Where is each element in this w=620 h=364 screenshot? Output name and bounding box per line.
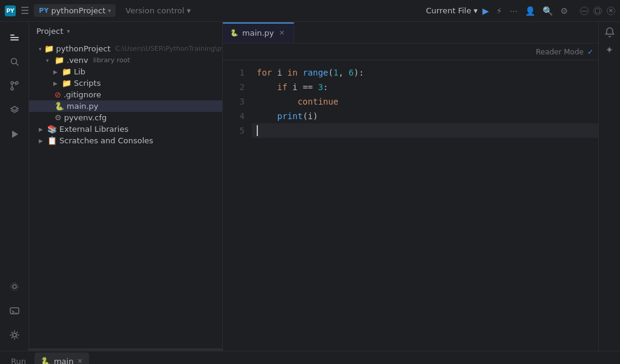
tab-py-icon: 🐍 (230, 29, 239, 37)
settings-icon[interactable]: ⚙ (560, 6, 568, 16)
tree-item-scratches[interactable]: ▶ 📋 Scratches and Consoles (29, 135, 222, 146)
py-icon-main: 🐍 (54, 102, 64, 111)
tab-label-main: main.py (242, 28, 274, 37)
tree-item-pythonproject[interactable]: ▾ 📁 pythonProject C:\Users\USER\PythonTr… (29, 43, 222, 54)
folder-icon-lib: 📁 (62, 67, 71, 76)
tree-label-pythonproject: pythonProject (56, 44, 111, 53)
account-icon[interactable]: 👤 (525, 6, 535, 16)
bottom-panel: Run 🐍 main ✕ ▲ ↺ ■ ⋯ ▼ ⇤ ⇥ 🖨 🗑 C:\Users\… (0, 351, 620, 364)
sidebar: Project ▾ ▾ 📁 pythonProject C:\Users\USE… (29, 22, 223, 351)
folder-icon-pythonproject: 📁 (44, 44, 54, 53)
tree-item-venv[interactable]: ▾ 📁 .venv library root (29, 54, 222, 66)
editor-top-bar: Reader Mode ✓ (223, 44, 598, 60)
file-tree: ▾ 📁 pythonProject C:\Users\USER\PythonTr… (29, 41, 222, 348)
code-editor[interactable]: 1 2 3 4 5 for i in range(1, 6): if i == … (223, 60, 598, 351)
more-button[interactable]: ⋯ (509, 6, 518, 16)
run-button[interactable]: ▶ (483, 6, 489, 16)
minimize-button[interactable]: — (580, 7, 589, 15)
version-control-button[interactable]: Version control ▾ (120, 4, 196, 17)
project-header-chevron[interactable]: ▾ (67, 28, 70, 34)
reader-mode-label: Reader Mode (536, 48, 584, 56)
tree-item-pyvenv[interactable]: ▶ ⚙ pyvenv.cfg (29, 112, 222, 123)
svg-point-10 (11, 283, 18, 290)
project-selector[interactable]: PY pythonProject ▾ (34, 4, 116, 17)
svg-marker-8 (12, 131, 18, 138)
tree-arrow-venv: ▾ (46, 57, 52, 63)
ai-assistant-icon[interactable]: ✦ (605, 44, 613, 56)
code-line-4: print(i) (252, 109, 598, 123)
close-button[interactable]: ✕ (607, 7, 615, 15)
maximize-button[interactable]: □ (593, 7, 602, 15)
tree-label-scripts: Scripts (74, 79, 101, 88)
run-debug-icon[interactable] (4, 123, 25, 145)
main-tab-label: main (54, 357, 73, 364)
line-numbers: 1 2 3 4 5 (223, 60, 252, 351)
tree-path-pythonproject: C:\Users\USER\PythonTraining\pythonProje… (115, 45, 222, 53)
svg-point-13 (13, 333, 16, 337)
hamburger-menu[interactable]: ☰ (21, 5, 29, 16)
tree-item-main-py[interactable]: ▶ 🐍 main.py (29, 100, 222, 112)
svg-point-5 (11, 82, 13, 84)
title-actions: ▶ ⚡ ⋯ 👤 🔍 ⚙ (483, 6, 568, 16)
tree-arrow-scratches: ▶ (39, 138, 45, 144)
settings-sidebar-icon[interactable] (4, 324, 25, 346)
main-tab-close[interactable]: ✕ (77, 357, 82, 364)
svg-point-7 (11, 88, 13, 90)
tree-label-external: External Libraries (59, 125, 128, 134)
tree-item-scripts[interactable]: ▶ 📁 Scripts (29, 77, 222, 89)
tree-label-venv: .venv (67, 56, 88, 65)
tab-close-button[interactable]: ✕ (278, 28, 286, 37)
venv-library-label: library root (93, 56, 130, 64)
project-name: pythonProject (51, 6, 105, 15)
code-line-1: for i in range(1, 6): (252, 65, 598, 80)
bottom-tab-run-label[interactable]: Run (5, 353, 32, 365)
git-icon-gitignore: ⊘ (54, 90, 61, 99)
debug-button[interactable]: ⚡ (496, 6, 503, 16)
tree-item-lib[interactable]: ▶ 📁 Lib (29, 66, 222, 77)
tree-arrow-pythonproject: ▾ (39, 46, 42, 52)
terminal-icon[interactable] (4, 300, 25, 322)
code-content[interactable]: for i in range(1, 6): if i == 3: continu… (252, 60, 598, 351)
title-bar: PY ☰ PY pythonProject ▾ Version control … (0, 0, 620, 22)
code-line-2: if i == 3: (252, 80, 598, 94)
search-icon[interactable]: 🔍 (542, 6, 553, 16)
svg-rect-2 (10, 39, 19, 41)
svg-rect-1 (10, 37, 19, 38)
svg-rect-0 (10, 34, 15, 36)
code-line-3: continue (252, 94, 598, 109)
project-files-icon[interactable] (4, 27, 25, 48)
sidebar-header: Project ▾ (29, 22, 222, 41)
main-tab-icon: 🐍 (41, 357, 50, 364)
code-line-5 (252, 123, 598, 138)
editor-tab-bar: 🐍 main.py ✕ (223, 22, 598, 44)
run-tab-label: Run (11, 357, 26, 364)
tab-main-py[interactable]: 🐍 main.py ✕ (223, 22, 294, 43)
layers-icon[interactable] (4, 99, 25, 121)
svg-point-9 (13, 285, 16, 288)
activity-bar (0, 22, 29, 351)
bottom-tab-main[interactable]: 🐍 main ✕ (35, 353, 89, 365)
svg-line-4 (16, 63, 18, 66)
tree-label-pyvenv: pyvenv.cfg (64, 113, 107, 122)
tree-label-main: main.py (67, 102, 99, 111)
find-icon[interactable] (4, 51, 25, 73)
reader-mode-toggle[interactable]: Reader Mode ✓ (536, 48, 593, 56)
app-logo: PY (5, 5, 16, 16)
git-icon[interactable] (4, 75, 25, 97)
reader-mode-check: ✓ (587, 48, 593, 56)
editor-area: 🐍 main.py ✕ Reader Mode ✓ 1 2 3 4 5 (223, 22, 598, 351)
tree-arrow-external: ▶ (39, 126, 45, 132)
current-file-selector[interactable]: Current File ▾ (426, 6, 477, 15)
right-icon-bar: ✦ (598, 22, 620, 351)
tree-item-external-libs[interactable]: ▶ 📚 External Libraries (29, 123, 222, 135)
tree-arrow-scripts: ▶ (53, 80, 59, 86)
notifications-icon[interactable] (604, 27, 615, 39)
folder-icon-scripts: 📁 (62, 79, 71, 88)
plugins-icon[interactable] (4, 276, 25, 297)
tree-item-gitignore[interactable]: ▶ ⊘ .gitignore (29, 89, 222, 100)
tree-arrow-lib: ▶ (53, 69, 59, 75)
folder-icon-external: 📚 (47, 125, 57, 134)
main-layout: Project ▾ ▾ 📁 pythonProject C:\Users\USE… (0, 22, 620, 351)
sidebar-resize-handle[interactable] (29, 348, 222, 351)
folder-icon-venv: 📁 (54, 56, 64, 65)
